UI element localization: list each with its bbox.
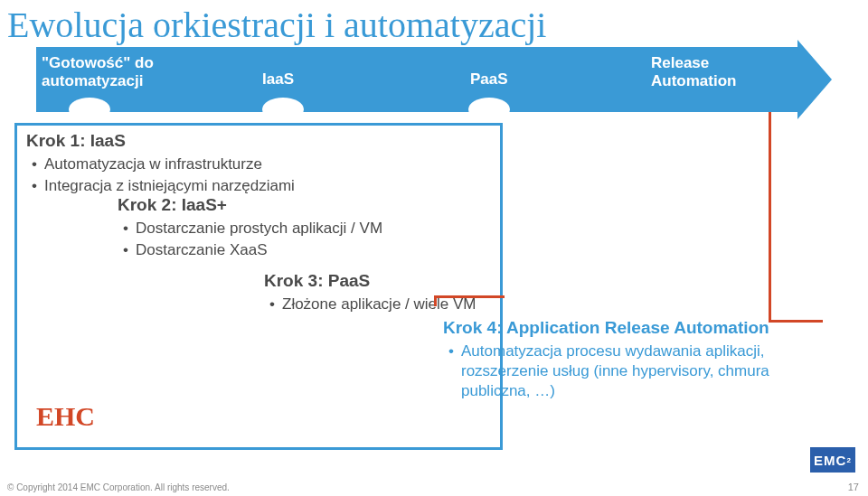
dot-icon <box>69 98 110 121</box>
arrow-head-icon <box>797 40 832 119</box>
slide: Ewolucja orkiestracji i automatyzacji Go… <box>0 0 868 496</box>
emc-logo: EMC2 <box>810 447 855 473</box>
connector-line <box>434 295 437 306</box>
page-number: 17 <box>848 482 859 492</box>
step1-bullet: Automatyzacja w infrastrukturze <box>32 154 491 174</box>
step4-bullet: Automatyzacja procesu wydawania aplikacj… <box>448 342 832 401</box>
page-title: Ewolucja orkiestracji i automatyzacji <box>7 4 546 46</box>
readiness-suffix: do <box>135 54 154 71</box>
step4-bullets: Automatyzacja procesu wydawania aplikacj… <box>443 342 832 401</box>
ehc-label: EHC <box>36 401 95 432</box>
step1-bullet: Integracja z istniejącymi narzędziami <box>32 176 491 196</box>
step1-box: Krok 1: IaaS Automatyzacja w infrastrukt… <box>14 123 503 198</box>
connector-line <box>769 320 823 323</box>
step1-title: Krok 1: IaaS <box>26 131 491 151</box>
step2-bullets: Dostarczanie prostych aplikacji / VM Dos… <box>118 219 515 260</box>
readiness-line2: automatyzacji <box>42 72 143 89</box>
dot-icon <box>468 98 510 121</box>
connector-line <box>769 112 771 320</box>
readiness-quoted: Gotowość <box>42 54 130 71</box>
step1-bullets: Automatyzacja w infrastrukturze Integrac… <box>26 154 491 196</box>
process-arrow: Gotowość do automatyzacji IaaS PaaS Rele… <box>36 47 832 112</box>
dot-icon <box>262 98 304 121</box>
arrow-label-iaas: IaaS <box>262 70 294 89</box>
copyright: © Copyright 2014 EMC Corporation. All ri… <box>7 482 230 492</box>
step2-box: Krok 2: IaaS+ Dostarczanie prostych apli… <box>118 195 515 262</box>
step3-box: Krok 3: PaaS Złożone aplikacje / wiele V… <box>264 271 662 316</box>
step4-box: Krok 4: Application Release Automation A… <box>443 318 832 403</box>
arrow-label-release-automation: Release Automation <box>651 54 796 91</box>
arrow-label-paas: PaaS <box>470 70 508 89</box>
arrow-label-readiness: Gotowość do automatyzacji <box>42 54 186 91</box>
step2-bullet: Dostarczanie prostych aplikacji / VM <box>123 219 515 239</box>
step3-title: Krok 3: PaaS <box>264 271 662 291</box>
connector-line <box>434 295 505 298</box>
step2-bullet: Dostarczanie XaaS <box>123 240 515 260</box>
step2-title: Krok 2: IaaS+ <box>118 195 515 215</box>
